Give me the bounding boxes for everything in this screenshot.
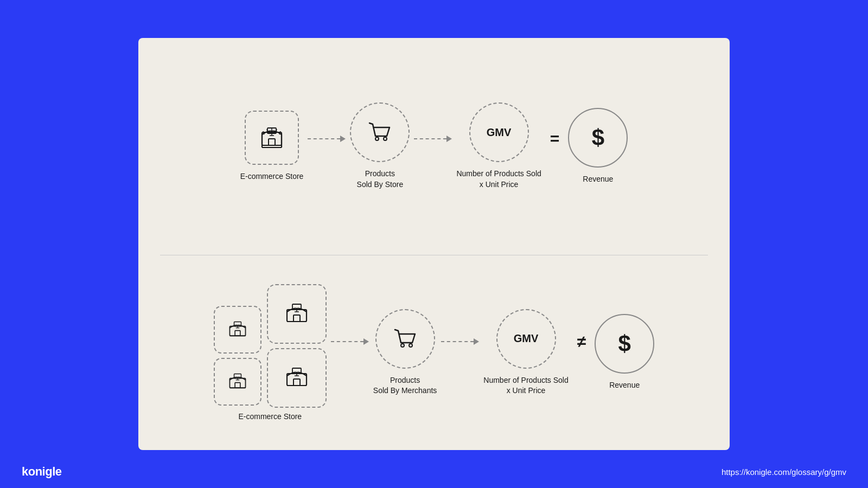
store-box-left-2 xyxy=(214,358,261,406)
svg-point-8 xyxy=(375,137,379,140)
not-equals-sign: ≠ xyxy=(577,332,586,351)
footer-url: https://konigle.com/glossary/g/gmv xyxy=(722,467,846,477)
revenue-bottom: $ Revenue xyxy=(595,314,654,391)
svg-rect-17 xyxy=(235,383,240,388)
equation-label-top: Number of Products Soldx Unit Price xyxy=(456,169,541,190)
equals-sign-top: = xyxy=(550,130,560,148)
stores-arrangement xyxy=(214,284,327,408)
svg-rect-1 xyxy=(269,139,275,145)
svg-rect-29 xyxy=(293,379,300,386)
multi-store-group: E-commerce Store xyxy=(214,284,327,421)
products-merchants-bottom: ProductsSold By Merchants xyxy=(373,309,437,396)
top-section: E-commerce Store Pr xyxy=(138,38,730,255)
svg-rect-23 xyxy=(293,315,300,322)
store-icon-b5 xyxy=(283,364,311,392)
arrow-1-top xyxy=(308,136,346,142)
svg-rect-11 xyxy=(235,331,240,336)
arrow-2-bottom xyxy=(441,338,479,345)
gmv-circle-bottom: GMV xyxy=(496,309,556,369)
store-box-right-1 xyxy=(267,284,327,344)
revenue-circle-bottom: $ xyxy=(595,314,654,374)
svg-point-9 xyxy=(384,137,387,140)
store-icon-b1 xyxy=(226,318,249,341)
products-store-top: ProductsSold By Store xyxy=(350,102,410,190)
store-icon-top xyxy=(258,124,286,152)
main-card: E-commerce Store Pr xyxy=(138,38,730,450)
top-flow-row: E-commerce Store Pr xyxy=(240,102,628,190)
svg-point-35 xyxy=(409,344,412,347)
gmv-label-top: GMV xyxy=(487,126,512,139)
bottom-flow-row: E-commerce Store Pr xyxy=(214,284,654,421)
ecommerce-store-top: E-commerce Store xyxy=(240,111,304,182)
gmv-label-bottom: GMV xyxy=(514,332,539,345)
revenue-circle-top: $ xyxy=(568,108,628,168)
revenue-label-bottom: Revenue xyxy=(609,380,640,391)
cart-circle-bottom xyxy=(375,309,435,369)
store-box-left-1 xyxy=(214,306,261,354)
store-box-top xyxy=(245,111,299,165)
store-icon-b3 xyxy=(283,300,311,328)
stores-right-col xyxy=(267,284,327,408)
svg-point-34 xyxy=(401,344,404,347)
gmv-bottom: GMV Number of Products Soldx Unit Price xyxy=(483,309,568,396)
store-icon-b2 xyxy=(226,370,249,393)
dollar-icon-top: $ xyxy=(592,125,604,151)
revenue-top: $ Revenue xyxy=(568,108,628,185)
cart-icon-top xyxy=(366,119,393,146)
arrow-2-top xyxy=(414,136,452,142)
gmv-circle-top: GMV xyxy=(469,102,529,162)
brand-name: konigle xyxy=(22,465,62,479)
gmv-top: GMV Number of Products Soldx Unit Price xyxy=(456,102,541,190)
footer-bar: konigle https://konigle.com/glossary/g/g… xyxy=(0,455,868,488)
revenue-label-top: Revenue xyxy=(583,174,613,185)
bottom-section: E-commerce Store Pr xyxy=(138,255,730,451)
dollar-icon-bottom: $ xyxy=(618,331,631,357)
stores-left-col xyxy=(214,306,261,406)
arrow-1-bottom xyxy=(331,338,369,345)
products-label-bottom: ProductsSold By Merchants xyxy=(373,375,437,396)
store-label-top: E-commerce Store xyxy=(240,171,304,182)
cart-circle-top xyxy=(350,102,410,162)
store-label-bottom: E-commerce Store xyxy=(238,412,302,421)
store-box-right-3 xyxy=(267,348,327,408)
equation-label-bottom: Number of Products Soldx Unit Price xyxy=(483,375,568,396)
products-label-top: ProductsSold By Store xyxy=(357,169,404,190)
cart-icon-bottom xyxy=(392,325,419,352)
